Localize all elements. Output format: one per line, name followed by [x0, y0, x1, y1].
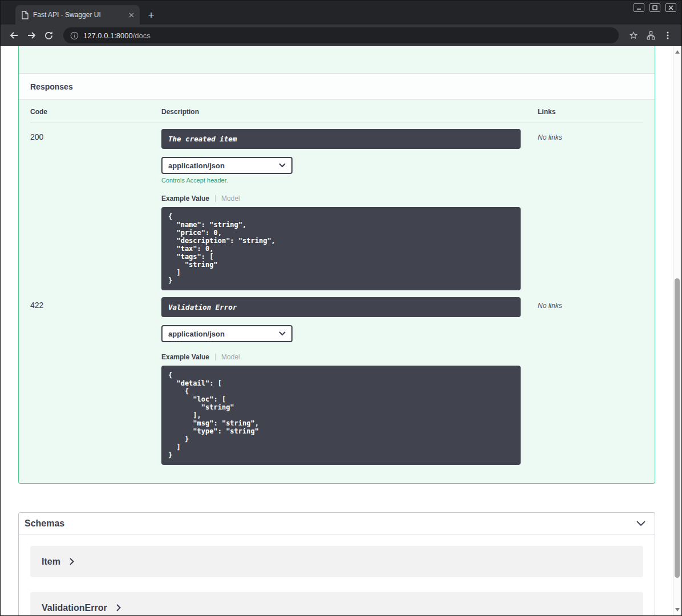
example-json-block: { "detail": [ { "loc": [ "string" ], "ms… — [161, 366, 521, 465]
responses-table-header: Code Description Links — [30, 100, 643, 123]
address-bar[interactable]: 127.0.0.1:8000/docs — [63, 27, 619, 43]
schemas-section: Schemas Item ValidationError — [18, 512, 655, 615]
window-controls — [634, 3, 676, 12]
response-code: 200 — [30, 129, 161, 297]
scrollbar-thumb[interactable] — [675, 278, 680, 578]
url-path: /docs — [133, 31, 151, 40]
responses-section: Responses Code Description Links 200 The… — [18, 46, 655, 484]
page-icon — [21, 11, 29, 19]
tab-title: Fast API - Swagger UI — [33, 11, 124, 19]
new-tab-button[interactable]: + — [143, 7, 159, 23]
responses-title: Responses — [30, 82, 73, 91]
chevron-right-icon — [70, 558, 74, 565]
response-row-200: 200 The created item application/json Co… — [30, 123, 643, 297]
col-header-description: Description — [161, 108, 538, 116]
opblock-spacer — [19, 46, 655, 73]
scroll-up-arrow-icon[interactable] — [675, 50, 680, 54]
forward-button[interactable] — [23, 27, 39, 43]
response-links: No links — [538, 129, 644, 297]
tab-model[interactable]: Model — [221, 194, 240, 202]
browser-titlebar: Fast API - Swagger UI + — [1, 1, 681, 25]
accept-header-note: Controls Accept header. — [161, 177, 521, 184]
scrollbar[interactable] — [673, 46, 681, 615]
schemas-title: Schemas — [25, 518, 64, 529]
tab-close-icon[interactable] — [129, 13, 134, 18]
url-host: 127.0.0.1:8000 — [83, 31, 133, 40]
example-model-tabs: Example Value Model — [161, 194, 521, 202]
response-links: No links — [538, 297, 644, 472]
response-description: The created item — [161, 129, 521, 149]
chevron-right-icon — [116, 604, 121, 611]
browser-tab[interactable]: Fast API - Swagger UI — [15, 5, 140, 25]
media-type-value: application/json — [168, 161, 225, 170]
scroll-down-arrow-icon[interactable] — [675, 608, 680, 611]
swagger-page: Responses Code Description Links 200 The… — [1, 46, 681, 615]
chevron-down-icon — [279, 331, 286, 336]
model-validation-error[interactable]: ValidationError — [30, 592, 643, 615]
close-button[interactable] — [665, 3, 676, 12]
response-row-422: 422 Validation Error application/json Ex… — [30, 297, 643, 472]
response-code: 422 — [30, 297, 161, 472]
site-info-icon[interactable] — [70, 31, 79, 40]
extensions-sitemap-icon[interactable] — [643, 27, 659, 43]
model-name: Item — [42, 557, 60, 567]
chevron-down-icon — [279, 163, 286, 168]
tab-divider — [215, 195, 216, 202]
chevron-down-icon[interactable] — [636, 521, 646, 526]
reload-button[interactable] — [40, 27, 56, 43]
example-model-tabs: Example Value Model — [161, 353, 521, 361]
model-item[interactable]: Item — [30, 546, 643, 577]
schemas-header[interactable]: Schemas — [19, 513, 655, 534]
browser-menu-icon[interactable] — [660, 27, 676, 43]
back-button[interactable] — [6, 27, 22, 43]
example-json-block: { "name": "string", "price": 0, "descrip… — [161, 207, 521, 290]
browser-toolbar: 127.0.0.1:8000/docs — [1, 25, 681, 46]
responses-header: Responses — [19, 73, 655, 100]
minimize-button[interactable] — [634, 3, 644, 12]
model-name: ValidationError — [42, 603, 107, 613]
col-header-links: Links — [538, 108, 644, 116]
tab-divider — [215, 354, 216, 360]
bookmark-star-icon[interactable] — [626, 27, 642, 43]
tab-example-value[interactable]: Example Value — [161, 194, 209, 202]
media-type-select[interactable]: application/json — [161, 325, 293, 342]
col-header-code: Code — [30, 108, 161, 116]
media-type-select[interactable]: application/json — [161, 157, 293, 174]
media-type-value: application/json — [168, 330, 225, 338]
tab-model[interactable]: Model — [221, 353, 240, 361]
maximize-button[interactable] — [649, 3, 660, 12]
browser-window: Fast API - Swagger UI + — [0, 0, 682, 616]
response-description: Validation Error — [161, 297, 521, 317]
tab-example-value[interactable]: Example Value — [161, 353, 209, 361]
